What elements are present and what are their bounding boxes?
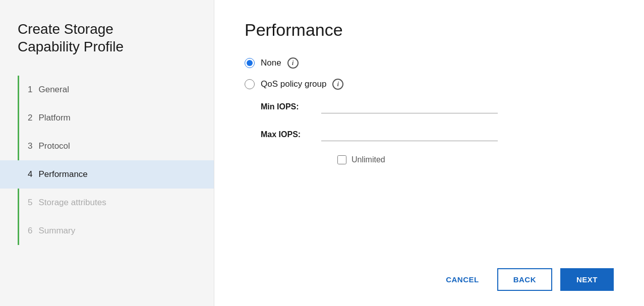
radio-qos[interactable] (245, 79, 255, 89)
iops-fields: Min IOPS: Max IOPS: Unlimited (261, 100, 614, 164)
section-title: Performance (245, 20, 614, 40)
step-label-storage-attributes: Storage attributes (38, 198, 106, 208)
step-protocol[interactable]: 3 Protocol (0, 132, 214, 160)
step-number-3: 3 (28, 141, 32, 151)
step-number-4: 4 (28, 169, 32, 179)
step-number-5: 5 (28, 198, 32, 208)
none-info-icon[interactable]: i (287, 57, 299, 69)
step-label-summary: Summary (38, 226, 75, 236)
min-iops-input[interactable] (321, 100, 498, 113)
unlimited-label[interactable]: Unlimited (352, 155, 385, 164)
page-title: Create Storage Capability Profile (0, 20, 214, 76)
step-label-platform: Platform (38, 113, 70, 123)
radio-none-label[interactable]: None (261, 58, 281, 68)
radio-none[interactable] (245, 58, 255, 68)
step-storage-attributes[interactable]: 5 Storage attributes (0, 189, 214, 217)
unlimited-row: Unlimited (337, 155, 614, 164)
max-iops-input[interactable] (321, 128, 498, 141)
step-label-general: General (38, 85, 69, 95)
cancel-button[interactable]: CANCEL (436, 269, 489, 290)
step-general[interactable]: 1 General (0, 76, 214, 104)
radio-group-none: None i (245, 57, 614, 69)
form-content: None i QoS policy group i Min IOPS: Max … (245, 57, 614, 258)
step-number-6: 6 (28, 226, 32, 236)
step-label-performance: Performance (38, 169, 87, 179)
step-label-protocol: Protocol (38, 141, 70, 151)
step-number-1: 1 (28, 85, 32, 95)
step-summary[interactable]: 6 Summary (0, 217, 214, 245)
radio-group-qos: QoS policy group i (245, 79, 614, 90)
next-button[interactable]: NEXT (560, 268, 614, 291)
step-platform[interactable]: 2 Platform (0, 104, 214, 132)
main-panel: Performance None i QoS policy group i Mi… (214, 0, 644, 306)
footer: CANCEL BACK NEXT (245, 258, 614, 291)
back-button[interactable]: BACK (497, 268, 552, 291)
step-number-2: 2 (28, 113, 32, 123)
radio-qos-label[interactable]: QoS policy group (261, 79, 326, 89)
qos-info-icon[interactable]: i (332, 79, 343, 90)
sidebar: Create Storage Capability Profile 1 Gene… (0, 0, 214, 306)
min-iops-row: Min IOPS: (261, 100, 614, 113)
min-iops-label: Min IOPS: (261, 102, 321, 111)
unlimited-checkbox[interactable] (337, 155, 346, 164)
steps-list: 1 General 2 Platform 3 Protocol 4 Perfor… (0, 76, 214, 245)
max-iops-row: Max IOPS: (261, 128, 614, 141)
max-iops-label: Max IOPS: (261, 130, 321, 139)
step-performance[interactable]: 4 Performance (0, 160, 214, 189)
